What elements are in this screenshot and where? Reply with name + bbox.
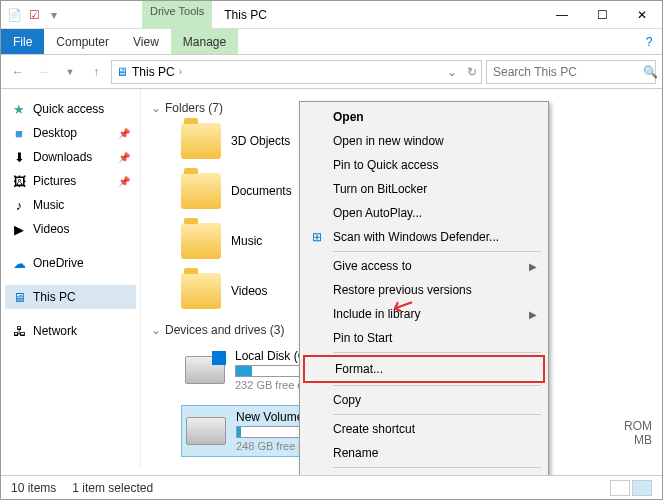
status-bar: 10 items 1 item selected <box>1 475 662 499</box>
file-tab[interactable]: File <box>1 29 44 54</box>
submenu-arrow-icon: ▶ <box>529 261 537 272</box>
pc-icon: 🖥 <box>116 65 128 79</box>
ctx-open-new-window[interactable]: Open in new window <box>303 129 545 153</box>
quick-access-toolbar: 📄 ☑ ▾ <box>1 6 67 24</box>
icons-view-button[interactable] <box>632 480 652 496</box>
videos-icon: ▶ <box>11 221 27 237</box>
view-tab[interactable]: View <box>121 29 171 54</box>
pin-icon: 📌 <box>118 128 130 139</box>
separator <box>333 251 541 252</box>
folder-icon <box>181 273 221 309</box>
manage-tab[interactable]: Manage <box>171 29 238 54</box>
navigation-bar: ← → ▼ ↑ 🖥 This PC › ⌄ ↻ 🔍 <box>1 55 662 89</box>
drive-icon <box>185 356 225 384</box>
title-bar: 📄 ☑ ▾ Drive Tools This PC — ☐ ✕ <box>1 1 662 29</box>
close-button[interactable]: ✕ <box>622 1 662 29</box>
up-button[interactable]: ↑ <box>85 61 107 83</box>
nav-music[interactable]: ♪Music <box>5 193 136 217</box>
ctx-rename[interactable]: Rename <box>303 441 545 465</box>
nav-videos[interactable]: ▶Videos <box>5 217 136 241</box>
ribbon-tabs: File Computer View Manage ? <box>1 29 662 55</box>
nav-downloads[interactable]: ⬇Downloads📌 <box>5 145 136 169</box>
drive-icon <box>186 417 226 445</box>
drive-rom-partial: ROMMB <box>624 419 652 447</box>
cloud-icon: ☁ <box>11 255 27 271</box>
navigation-pane: ★Quick access ■Desktop📌 ⬇Downloads📌 🖼Pic… <box>1 89 141 469</box>
chevron-down-icon: ⌄ <box>151 101 161 115</box>
qat-dropdown[interactable]: ▾ <box>45 6 63 24</box>
qat-icon[interactable]: 📄 <box>5 6 23 24</box>
ctx-restore-versions[interactable]: Restore previous versions <box>303 278 545 302</box>
pictures-icon: 🖼 <box>11 173 27 189</box>
minimize-button[interactable]: — <box>542 1 582 29</box>
context-menu: Open Open in new window Pin to Quick acc… <box>299 101 549 498</box>
separator <box>333 385 541 386</box>
address-location[interactable]: This PC <box>132 65 175 79</box>
music-icon: ♪ <box>11 197 27 213</box>
status-item-count: 10 items <box>11 481 56 495</box>
refresh-icon[interactable]: ↻ <box>467 65 477 79</box>
separator <box>333 467 541 468</box>
maximize-button[interactable]: ☐ <box>582 1 622 29</box>
window-title: This PC <box>224 8 267 22</box>
drive-tools-contextual-tab[interactable]: Drive Tools <box>142 1 212 28</box>
search-box[interactable]: 🔍 <box>486 60 656 84</box>
chevron-right-icon[interactable]: › <box>179 66 182 77</box>
ctx-pin-start[interactable]: Pin to Start <box>303 326 545 350</box>
nav-desktop[interactable]: ■Desktop📌 <box>5 121 136 145</box>
details-view-button[interactable] <box>610 480 630 496</box>
forward-button[interactable]: → <box>33 61 55 83</box>
address-dropdown-icon[interactable]: ⌄ <box>447 65 457 79</box>
desktop-icon: ■ <box>11 125 27 141</box>
recent-dropdown[interactable]: ▼ <box>59 61 81 83</box>
qat-properties[interactable]: ☑ <box>25 6 43 24</box>
shield-icon: ⊞ <box>309 229 325 245</box>
ctx-create-shortcut[interactable]: Create shortcut <box>303 417 545 441</box>
folder-icon <box>181 123 221 159</box>
ctx-bitlocker[interactable]: Turn on BitLocker <box>303 177 545 201</box>
status-selected-count: 1 item selected <box>72 481 153 495</box>
nav-pictures[interactable]: 🖼Pictures📌 <box>5 169 136 193</box>
ctx-scan-defender[interactable]: ⊞Scan with Windows Defender... <box>303 225 545 249</box>
submenu-arrow-icon: ▶ <box>529 309 537 320</box>
nav-this-pc[interactable]: 🖥This PC <box>5 285 136 309</box>
pin-icon: 📌 <box>118 176 130 187</box>
address-bar[interactable]: 🖥 This PC › ⌄ ↻ <box>111 60 482 84</box>
search-icon[interactable]: 🔍 <box>643 65 658 79</box>
pc-icon: 🖥 <box>11 289 27 305</box>
search-input[interactable] <box>493 65 643 79</box>
separator <box>333 414 541 415</box>
ctx-open[interactable]: Open <box>303 105 545 129</box>
nav-onedrive[interactable]: ☁OneDrive <box>5 251 136 275</box>
network-icon: 🖧 <box>11 323 27 339</box>
back-button[interactable]: ← <box>7 61 29 83</box>
ctx-pin-quick-access[interactable]: Pin to Quick access <box>303 153 545 177</box>
folder-icon <box>181 173 221 209</box>
separator <box>333 352 541 353</box>
ctx-autoplay[interactable]: Open AutoPlay... <box>303 201 545 225</box>
ctx-give-access[interactable]: Give access to▶ <box>303 254 545 278</box>
folder-icon <box>181 223 221 259</box>
help-icon[interactable]: ? <box>636 29 662 54</box>
computer-tab[interactable]: Computer <box>44 29 121 54</box>
pin-icon: 📌 <box>118 152 130 163</box>
nav-quick-access[interactable]: ★Quick access <box>5 97 136 121</box>
nav-network[interactable]: 🖧Network <box>5 319 136 343</box>
ctx-copy[interactable]: Copy <box>303 388 545 412</box>
star-icon: ★ <box>11 101 27 117</box>
ctx-format[interactable]: Format... <box>303 355 545 383</box>
ctx-include-library[interactable]: Include in library▶ <box>303 302 545 326</box>
downloads-icon: ⬇ <box>11 149 27 165</box>
chevron-down-icon: ⌄ <box>151 323 161 337</box>
